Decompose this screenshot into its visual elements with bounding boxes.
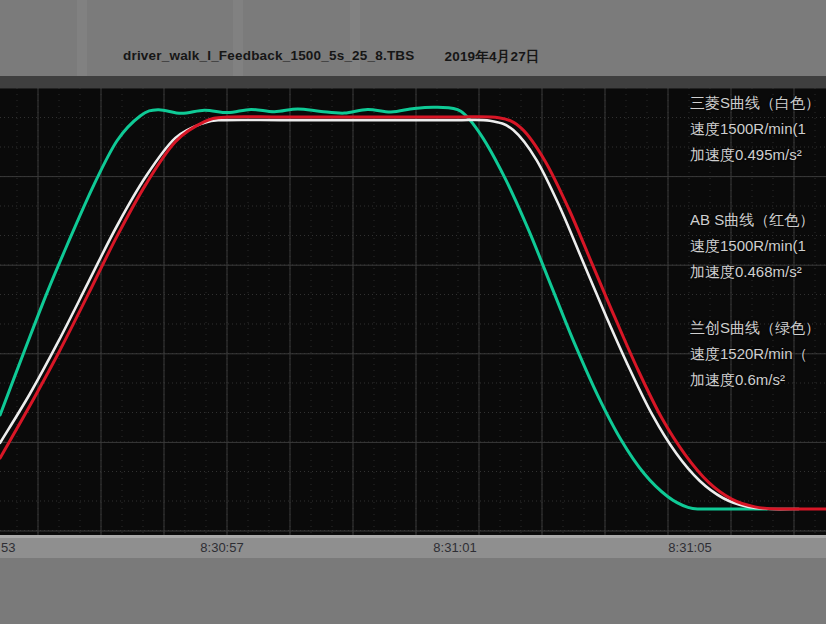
legend-speed: 速度1520R/min（ — [690, 341, 826, 367]
x-tick-label: 53 — [1, 540, 15, 555]
red-speed-curve — [0, 117, 826, 509]
oscilloscope-screen: driver_walk_I_Feedback_1500_5s_25_8.TBS … — [0, 0, 826, 624]
header-bar: driver_walk_I_Feedback_1500_5s_25_8.TBS … — [0, 0, 826, 76]
legend-title: 兰创S曲线（绿色） — [690, 315, 826, 341]
legend-white-curve: 三菱S曲线（白色） 速度1500R/min(1 加速度0.495m/s² — [690, 90, 826, 168]
x-tick-label: 8:31:01 — [433, 540, 476, 555]
file-title: driver_walk_I_Feedback_1500_5s_25_8.TBS — [123, 48, 415, 66]
legend-accel: 加速度0.468m/s² — [690, 259, 826, 285]
green-speed-curve — [0, 107, 767, 509]
legend-speed: 速度1500R/min(1 — [690, 116, 826, 142]
legend-green-curve: 兰创S曲线（绿色） 速度1520R/min（ 加速度0.6m/s² — [690, 315, 826, 393]
plot-area: 三菱S曲线（白色） 速度1500R/min(1 加速度0.495m/s² AB … — [0, 88, 826, 535]
bottom-margin — [0, 558, 826, 624]
x-tick-label: 8:31:05 — [668, 540, 711, 555]
grid-glow-column — [77, 0, 87, 76]
x-axis: 53 8:30:57 8:31:01 8:31:05 — [0, 538, 826, 558]
legend-title: AB S曲线（红色） — [690, 207, 826, 233]
plot-top-border — [0, 76, 826, 88]
legend-accel: 加速度0.6m/s² — [690, 367, 826, 393]
legend-title: 三菱S曲线（白色） — [690, 90, 826, 116]
legend-accel: 加速度0.495m/s² — [690, 142, 826, 168]
header-date: 2019年4月27日 — [445, 48, 540, 66]
legend-speed: 速度1500R/min(1 — [690, 233, 826, 259]
x-tick-label: 8:30:57 — [200, 540, 243, 555]
legend-red-curve: AB S曲线（红色） 速度1500R/min(1 加速度0.468m/s² — [690, 207, 826, 285]
title-row: driver_walk_I_Feedback_1500_5s_25_8.TBS … — [123, 48, 540, 66]
white-speed-curve — [0, 120, 799, 509]
